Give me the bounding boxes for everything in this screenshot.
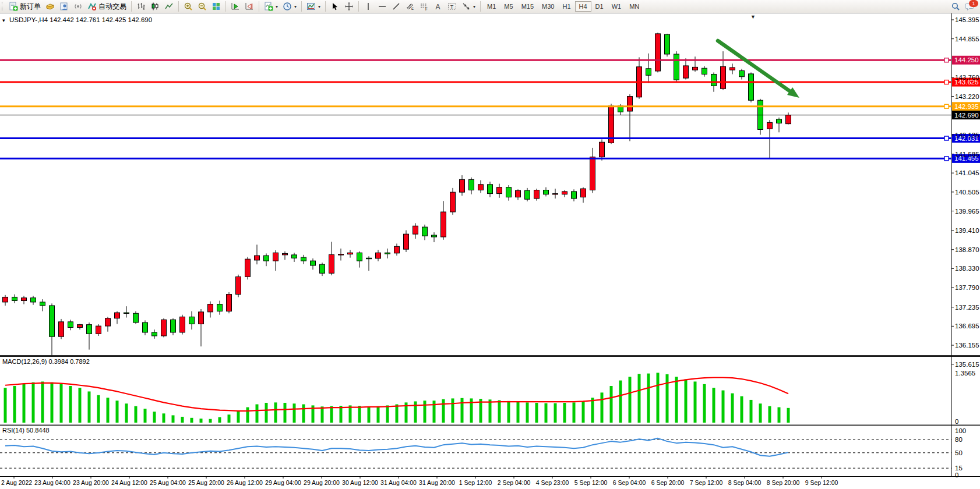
svg-text:144.250: 144.250: [954, 56, 979, 63]
svg-text:100: 100: [955, 427, 966, 434]
timeframe-m15-button[interactable]: M15: [517, 1, 538, 12]
svg-text:80: 80: [955, 436, 963, 443]
arrows-dropdown-caret: ▾: [473, 4, 475, 9]
toolbar-separator: [301, 1, 302, 12]
market-watch-icon: [45, 2, 55, 11]
fibonacci-icon: F: [420, 2, 429, 11]
svg-text:136.155: 136.155: [955, 342, 979, 349]
arrows-button[interactable]: ▾: [459, 1, 478, 12]
data-window-icon: [59, 2, 69, 11]
new-order-icon: [9, 2, 18, 11]
periods-button[interactable]: ▾: [280, 1, 299, 12]
svg-text:2 Sep 04:00: 2 Sep 04:00: [498, 479, 531, 486]
vertical-line-button[interactable]: [361, 1, 375, 12]
vertical-line-icon: [364, 2, 373, 11]
svg-text:A: A: [436, 3, 440, 11]
svg-text:31 Aug 04:00: 31 Aug 04:00: [380, 479, 417, 486]
chart-shift-button[interactable]: [242, 1, 256, 12]
crosshair-icon: [344, 2, 354, 11]
svg-text:1 Sep 12:00: 1 Sep 12:00: [459, 479, 492, 486]
timeframe-d1-button[interactable]: D1: [591, 1, 608, 12]
timeframe-mn-button[interactable]: MN: [625, 1, 643, 12]
crosshair-button[interactable]: [342, 1, 356, 12]
toolbar-grip[interactable]: [2, 2, 5, 11]
chart-shift-marker[interactable]: ▼: [750, 14, 756, 20]
svg-text:29 Aug 20:00: 29 Aug 20:00: [304, 479, 340, 486]
svg-text:144.855: 144.855: [955, 36, 979, 42]
svg-text:143.760: 143.760: [955, 74, 979, 81]
indicators-button[interactable]: ▾: [262, 1, 280, 12]
templates-button[interactable]: ▾: [304, 1, 323, 12]
trendline-button[interactable]: [389, 1, 403, 12]
svg-text:F: F: [425, 7, 428, 11]
news-button[interactable]: [71, 1, 85, 12]
svg-text:138.870: 138.870: [955, 246, 979, 253]
auto-trading-button[interactable]: 自动交易: [85, 1, 129, 12]
equidistant-channel-icon: E: [406, 2, 415, 11]
new-order-label: 新订单: [20, 2, 41, 12]
toolbar-separator: [178, 1, 179, 12]
candlestick-chart-button[interactable]: [148, 1, 162, 12]
svg-text:24 Aug 12:00: 24 Aug 12:00: [111, 479, 147, 486]
toolbar-separator: [259, 1, 259, 12]
templates-dropdown-caret: ▾: [318, 4, 320, 9]
svg-text:▾: ▾: [2, 17, 5, 23]
search-button[interactable]: [949, 1, 963, 12]
svg-text:26 Aug 12:00: 26 Aug 12:00: [227, 479, 263, 486]
text-button[interactable]: A: [431, 1, 445, 12]
svg-text:4 Sep 23:00: 4 Sep 23:00: [536, 479, 569, 486]
notification-count-badge: 1: [969, 0, 978, 7]
svg-text:141.045: 141.045: [955, 169, 979, 176]
zoom-out-button[interactable]: [195, 1, 209, 12]
chart-area: 144.250143.625142.935142.031141.455142.6…: [0, 0, 980, 489]
svg-text:142.690: 142.690: [954, 112, 979, 119]
tile-windows-button[interactable]: [209, 1, 223, 12]
fibonacci-button[interactable]: F: [417, 1, 431, 12]
data-window-button[interactable]: [57, 1, 71, 12]
notifications-button[interactable]: 1: [963, 1, 977, 12]
toolbar-separator: [358, 1, 359, 12]
svg-text:140.505: 140.505: [955, 189, 979, 196]
market-watch-button[interactable]: [43, 1, 57, 12]
toolbar-separator: [131, 1, 132, 12]
svg-text:9 Sep 12:00: 9 Sep 12:00: [805, 479, 838, 486]
cursor-button[interactable]: [328, 1, 342, 12]
auto-trading-label: 自动交易: [98, 2, 126, 12]
svg-text:15: 15: [955, 465, 963, 472]
search-icon: [951, 2, 960, 11]
svg-text:143.220: 143.220: [955, 93, 979, 100]
auto-scroll-button[interactable]: [228, 1, 242, 12]
horizontal-line-button[interactable]: [375, 1, 389, 12]
svg-text:137.790: 137.790: [955, 284, 979, 291]
chart-title: ▾USDJPY-,H4 142.442 142.761 142.425 142.…: [2, 16, 152, 23]
new-order-button[interactable]: 新订单: [6, 1, 43, 12]
timeframe-m30-button[interactable]: M30: [538, 1, 558, 12]
svg-text:50: 50: [955, 449, 963, 456]
svg-text:31 Aug 20:00: 31 Aug 20:00: [419, 479, 455, 486]
svg-text:MACD(12,26,9) 0.3984 0.7892: MACD(12,26,9) 0.3984 0.7892: [2, 358, 90, 365]
equidistant-channel-button[interactable]: E: [403, 1, 417, 12]
timeframe-m1-button[interactable]: M1: [483, 1, 500, 12]
svg-text:135.615: 135.615: [955, 361, 979, 368]
timeframe-h1-button[interactable]: H1: [558, 1, 574, 12]
timeframe-m5-button[interactable]: M5: [500, 1, 517, 12]
news-signal-icon: [73, 2, 83, 11]
svg-text:1.3565: 1.3565: [955, 370, 975, 377]
indicators-dropdown-caret: ▾: [276, 4, 278, 9]
line-chart-button[interactable]: [162, 1, 176, 12]
svg-text:2 Aug 2022: 2 Aug 2022: [1, 479, 32, 486]
bar-chart-button[interactable]: [134, 1, 148, 12]
timeframe-h4-button[interactable]: H4: [575, 1, 591, 12]
svg-text:141.585: 141.585: [955, 151, 979, 158]
svg-text:E: E: [411, 7, 414, 10]
zoom-in-button[interactable]: [181, 1, 195, 12]
text-label-button[interactable]: T: [445, 1, 459, 12]
svg-text:8 Sep 04:00: 8 Sep 04:00: [728, 479, 762, 486]
zoom-in-icon: [184, 2, 193, 11]
svg-text:25 Aug 04:00: 25 Aug 04:00: [150, 479, 186, 486]
text-icon: A: [433, 2, 443, 11]
svg-text:▼: ▼: [750, 14, 756, 20]
timeframe-w1-button[interactable]: W1: [608, 1, 626, 12]
auto-scroll-icon: [231, 2, 240, 11]
toolbar-separator: [225, 1, 226, 12]
